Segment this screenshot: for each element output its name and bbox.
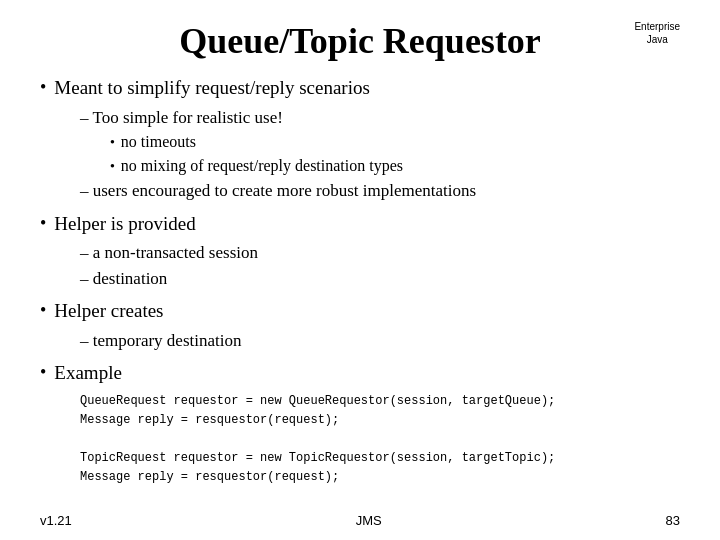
bullet-text-2: Helper is provided — [54, 210, 195, 239]
bullet-symbol-1: • — [40, 74, 46, 101]
header-area: Queue/Topic Requestor EnterpriseJava — [40, 20, 680, 62]
footer: v1.21 JMS 83 — [40, 513, 680, 528]
dot-icon-2: ● — [110, 160, 115, 172]
bullet-text-1: Meant to simplify request/reply scenario… — [54, 74, 370, 103]
sub-sub-1-1: ● no timeouts — [110, 130, 680, 154]
bullet-symbol-2: • — [40, 210, 46, 237]
bullet-text-4: Example — [54, 359, 122, 388]
sub-bullet-1-2: – users encouraged to create more robust… — [80, 178, 680, 204]
bullet-3: • Helper creates — [40, 297, 680, 326]
bullet-symbol-3: • — [40, 297, 46, 324]
sub-sub-text-1-2: no mixing of request/reply destination t… — [121, 154, 403, 178]
code-line-1: QueueRequest requestor = new QueueReques… — [80, 392, 680, 411]
sub-bullet-2-1: – a non-transacted session — [80, 240, 680, 266]
bullet-2: • Helper is provided — [40, 210, 680, 239]
sub-bullet-1-1: – Too simple for realistic use! — [80, 105, 680, 131]
content-area: • Meant to simplify request/reply scenar… — [40, 74, 680, 487]
sub-bullet-2-2: – destination — [80, 266, 680, 292]
enterprise-label: EnterpriseJava — [634, 20, 680, 46]
bullet-symbol-4: • — [40, 359, 46, 386]
code-line-5: Message reply = resquestor(request); — [80, 468, 680, 487]
dot-icon-1: ● — [110, 136, 115, 148]
code-block: QueueRequest requestor = new QueueReques… — [80, 392, 680, 488]
footer-center: JMS — [356, 513, 382, 528]
slide-container: Queue/Topic Requestor EnterpriseJava • M… — [0, 0, 720, 540]
footer-left: v1.21 — [40, 513, 72, 528]
code-line-3 — [80, 430, 680, 449]
slide-title: Queue/Topic Requestor — [40, 20, 680, 62]
footer-right: 83 — [666, 513, 680, 528]
sub-sub-1-2: ● no mixing of request/reply destination… — [110, 154, 680, 178]
code-line-4: TopicRequest requestor = new TopicReques… — [80, 449, 680, 468]
code-line-2: Message reply = resquestor(request); — [80, 411, 680, 430]
sub-bullet-3-1: – temporary destination — [80, 328, 680, 354]
bullet-4: • Example — [40, 359, 680, 388]
bullet-text-3: Helper creates — [54, 297, 163, 326]
bullet-1: • Meant to simplify request/reply scenar… — [40, 74, 680, 103]
sub-sub-text-1-1: no timeouts — [121, 130, 196, 154]
